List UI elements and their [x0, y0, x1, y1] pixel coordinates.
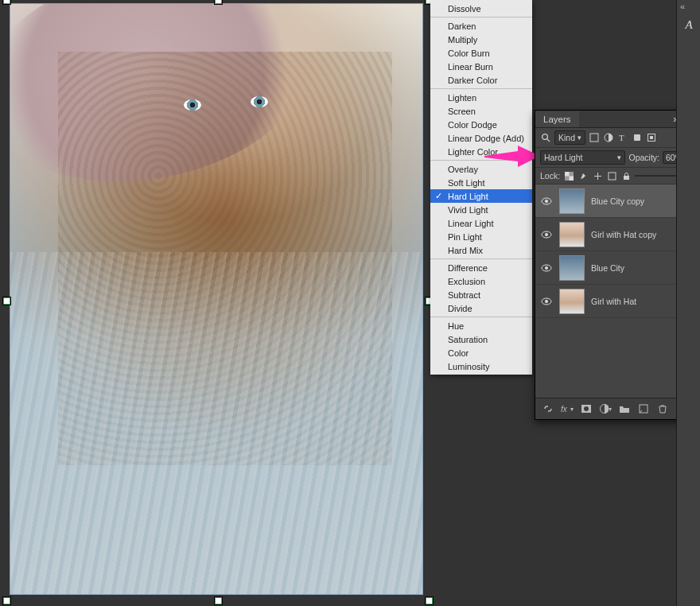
visibility-toggle-icon[interactable] [540, 262, 553, 274]
collapse-icon[interactable]: « [680, 2, 685, 11]
lock-artboard-icon[interactable] [606, 170, 617, 181]
lock-transparency-icon[interactable] [563, 170, 574, 181]
opacity-label: Opacity: [628, 153, 659, 162]
panel-tabbar: Layers » ≡ [535, 111, 698, 128]
blend-option-color-burn[interactable]: Color Burn [430, 46, 532, 60]
blend-option-saturation[interactable]: Saturation [430, 332, 532, 346]
blend-option-linear-burn[interactable]: Linear Burn [430, 60, 532, 73]
blend-option-pin-light[interactable]: Pin Light [430, 230, 532, 243]
transform-handle-br[interactable] [426, 597, 433, 604]
blend-option-color[interactable]: Color [430, 346, 532, 359]
group-icon[interactable] [618, 402, 631, 415]
blend-option-divide[interactable]: Divide [430, 301, 532, 315]
svg-point-18 [545, 233, 548, 236]
blend-mode-select[interactable]: Hard Light ▾ [540, 150, 625, 165]
link-layers-icon[interactable] [542, 402, 554, 415]
visibility-toggle-icon[interactable] [540, 229, 553, 240]
layer-name[interactable]: Blue City [591, 263, 676, 273]
svg-rect-11 [565, 172, 570, 177]
svg-rect-7 [634, 134, 640, 141]
composite-image [10, 4, 422, 594]
visibility-toggle-icon[interactable] [540, 196, 553, 207]
blend-option-color-dodge[interactable]: Color Dodge [430, 118, 532, 131]
new-layer-icon[interactable] [637, 402, 650, 415]
blend-option-exclusion[interactable]: Exclusion [430, 274, 532, 288]
svg-rect-12 [569, 176, 574, 181]
layers-tab[interactable]: Layers [535, 111, 579, 127]
blend-opacity-row: Hard Light ▾ Opacity: 60% ▾ [535, 148, 698, 168]
lock-position-icon[interactable] [592, 170, 603, 181]
transform-handle-tl[interactable] [3, 0, 10, 4]
layer-style-icon[interactable]: fx▾ [561, 402, 574, 415]
transform-handle-bl[interactable] [3, 597, 10, 604]
blend-option-linear-dodge-add-[interactable]: Linear Dodge (Add) [430, 131, 532, 145]
blend-option-difference[interactable]: Difference [430, 261, 532, 274]
layers-empty-space [535, 318, 698, 398]
svg-point-23 [545, 300, 548, 303]
svg-rect-4 [590, 134, 598, 142]
svg-point-20 [545, 266, 548, 270]
blend-option-lighter-color[interactable]: Lighter Color [430, 145, 532, 158]
svg-rect-13 [609, 173, 616, 180]
layer-row[interactable]: Blue City copy [535, 185, 698, 218]
svg-point-16 [545, 200, 548, 203]
layers-list: Blue City copyGirl with Hat copyBlue Cit… [535, 185, 698, 318]
blend-option-hard-light[interactable]: Hard Light [430, 189, 532, 203]
filter-adjustment-icon[interactable] [603, 132, 614, 143]
layer-row[interactable]: Girl with Hat copy [535, 218, 698, 251]
search-icon [540, 132, 551, 143]
svg-rect-9 [650, 136, 653, 139]
blend-option-dissolve[interactable]: Dissolve [430, 2, 532, 15]
lock-label: Lock: [540, 171, 560, 181]
blend-option-hue[interactable]: Hue [430, 319, 532, 332]
svg-rect-14 [624, 176, 629, 180]
blend-option-darker-color[interactable]: Darker Color [430, 73, 532, 87]
layer-thumbnail[interactable] [559, 188, 585, 214]
layers-panel[interactable]: Layers » ≡ Kind ▾ T Hard Light ▾ Opacity… [535, 110, 699, 420]
layer-name[interactable]: Girl with Hat [591, 297, 676, 306]
filter-type-icon[interactable]: T [617, 132, 628, 143]
blend-option-soft-light[interactable]: Soft Light [430, 176, 532, 189]
layer-mask-icon[interactable] [580, 402, 593, 415]
blend-option-darken[interactable]: Darken [430, 19, 532, 33]
transform-handle-tm[interactable] [215, 0, 222, 4]
svg-line-3 [547, 139, 550, 142]
lock-fill-row: Lock: [535, 168, 698, 185]
blend-option-overlay[interactable]: Overlay [430, 162, 532, 176]
filter-kind-select[interactable]: Kind ▾ [554, 130, 585, 145]
filter-shape-icon[interactable] [632, 132, 643, 143]
blend-option-hard-mix[interactable]: Hard Mix [430, 243, 532, 257]
lock-pixels-icon[interactable] [578, 170, 589, 181]
document-canvas[interactable] [10, 3, 423, 595]
layer-row[interactable]: Blue City [535, 251, 698, 285]
svg-text:T: T [619, 133, 624, 142]
adjustment-layer-icon[interactable]: ▾ [599, 402, 612, 415]
blend-option-lighten[interactable]: Lighten [430, 91, 532, 104]
blend-option-vivid-light[interactable]: Vivid Light [430, 203, 532, 216]
svg-text:fx: fx [561, 405, 568, 414]
svg-point-27 [584, 406, 589, 411]
transform-handle-ml[interactable] [3, 297, 10, 305]
filter-smart-icon[interactable] [646, 132, 657, 143]
canvas-area[interactable] [6, 0, 430, 601]
blend-option-linear-light[interactable]: Linear Light [430, 216, 532, 230]
svg-point-2 [542, 134, 548, 140]
layer-thumbnail[interactable] [559, 255, 585, 281]
layer-filter-row: Kind ▾ T [535, 128, 698, 148]
blend-option-luminosity[interactable]: Luminosity [430, 359, 532, 373]
delete-layer-icon[interactable] [656, 402, 669, 415]
filter-pixel-icon[interactable] [589, 132, 600, 143]
blend-option-subtract[interactable]: Subtract [430, 288, 532, 301]
layer-thumbnail[interactable] [559, 289, 585, 314]
blend-option-multiply[interactable]: Multiply [430, 33, 532, 46]
visibility-toggle-icon[interactable] [540, 296, 553, 307]
layer-thumbnail[interactable] [559, 222, 585, 247]
blend-mode-value: Hard Light [544, 153, 582, 162]
type-panel-icon[interactable]: A [677, 16, 700, 33]
lock-all-icon[interactable] [620, 170, 632, 181]
layer-row[interactable]: Girl with Hat [535, 285, 698, 318]
right-panel-bar: « A [676, 0, 700, 606]
blend-option-screen[interactable]: Screen [430, 104, 532, 118]
transform-handle-bm[interactable] [215, 597, 222, 604]
blend-mode-menu[interactable]: DissolveDarkenMultiplyColor BurnLinear B… [430, 0, 532, 375]
